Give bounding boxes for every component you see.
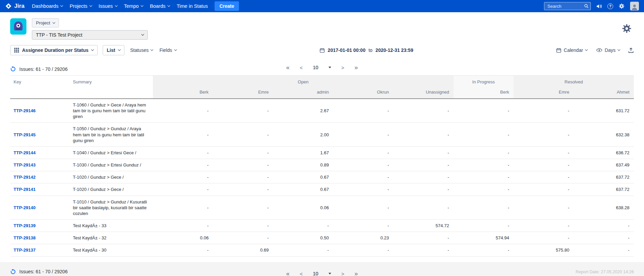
duration-value: -	[153, 99, 213, 123]
statuses-dropdown[interactable]: Statuses	[129, 45, 154, 55]
nav-item-label: Tempo	[124, 3, 139, 9]
fields-dropdown[interactable]: Fields	[159, 45, 177, 55]
duration-value: -	[514, 159, 573, 171]
nav-item-tempo[interactable]: Tempo	[121, 0, 147, 12]
table-row: TTP-29141T-1020 / Gunduz > Gece /--0.67-…	[10, 183, 634, 196]
jira-logo-icon	[5, 3, 12, 9]
duration-value: -	[153, 171, 213, 183]
date-range-picker[interactable]: 2017-01-01 00:00 to 2020-12-31 23:59	[177, 47, 556, 53]
issue-key-link[interactable]: TTP-29146	[14, 108, 36, 113]
duration-value: -	[153, 183, 213, 196]
duration-value: -	[454, 159, 514, 171]
next-page-button[interactable]: >	[341, 64, 344, 70]
jira-brand[interactable]: Jira	[5, 3, 24, 9]
status-group-resolved: Resolved	[514, 76, 634, 88]
project-select[interactable]: TTP - TIS Test Project	[32, 30, 148, 40]
column-header-open-emre: Emre	[213, 87, 273, 99]
duration-value: 637.49	[574, 159, 634, 171]
last-page-button[interactable]: »	[355, 64, 358, 71]
report-type-label: Assignee Duration per Status	[22, 47, 88, 53]
issue-key-link[interactable]: TTP-29137	[14, 248, 36, 253]
duration-value: 638.28	[574, 196, 634, 219]
nav-item-projects[interactable]: Projects	[66, 0, 95, 12]
next-page-button[interactable]: >	[341, 271, 344, 276]
calendar-icon	[320, 48, 325, 53]
chevron-down-icon	[115, 4, 118, 7]
refresh-icon[interactable]	[10, 66, 16, 72]
table-row: TTP-29138Test KaydÄ± - 320.06-0.500.23-5…	[10, 232, 634, 244]
search-icon[interactable]	[584, 4, 589, 8]
issue-key-link[interactable]: TTP-29144	[14, 150, 36, 155]
duration-value: 0.67	[273, 183, 333, 196]
page-size-caret-icon[interactable]	[328, 66, 331, 68]
duration-value: 0.69	[213, 244, 273, 256]
nav-item-label: Boards	[150, 3, 165, 9]
duration-value: -	[514, 196, 573, 219]
duration-value: -	[394, 146, 454, 159]
status-group-in-progress: In Progress	[454, 76, 514, 88]
duration-value: -	[454, 146, 514, 159]
report-date: Report Date: 27.05.2020 14:26	[576, 269, 634, 275]
issue-key-link[interactable]: TTP-29145	[14, 132, 36, 137]
issue-summary: T-1020 / Gunduz > Gece /	[69, 183, 153, 196]
search-box	[544, 2, 591, 10]
duration-value: -	[394, 183, 454, 196]
nav-item-dashboards[interactable]: Dashboards	[28, 0, 66, 12]
view-label: List	[107, 47, 115, 53]
page-size-value[interactable]: 10	[313, 271, 318, 276]
view-dropdown[interactable]: List	[103, 45, 124, 55]
issue-key-link[interactable]: TTP-29141	[14, 187, 36, 192]
chevron-down-icon	[150, 48, 153, 51]
issues-info-row: Issues: 61 - 70 / 29206 « < 10 > »	[0, 59, 644, 75]
issue-key-link[interactable]: TTP-29139	[14, 223, 36, 228]
duration-value: 632.38	[574, 123, 634, 146]
eye-icon	[596, 48, 602, 52]
duration-value: 631.72	[574, 99, 634, 123]
duration-value: -	[213, 220, 273, 232]
issue-summary: Test KaydÄ± - 32	[69, 232, 153, 244]
first-page-button[interactable]: «	[286, 270, 289, 276]
report-type-dropdown[interactable]: Assignee Duration per Status	[10, 45, 98, 55]
prev-page-button[interactable]: <	[300, 271, 303, 276]
issue-key-link[interactable]: TTP-29140	[14, 205, 36, 210]
date-range-to-label: to	[368, 47, 373, 53]
duration-value: -	[394, 171, 454, 183]
column-header-open-admin: admin	[273, 87, 333, 99]
refresh-icon[interactable]	[10, 269, 16, 275]
duration-value: -	[153, 159, 213, 171]
duration-value: -	[394, 123, 454, 146]
duration-value: 0.67	[273, 171, 333, 183]
nav-item-issues[interactable]: Issues	[95, 0, 121, 12]
settings-gear-icon[interactable]	[619, 3, 625, 9]
duration-value: -	[333, 220, 393, 232]
issue-summary: Test KaydÄ± - 30	[69, 244, 153, 256]
duration-value: -	[213, 123, 273, 146]
unit-dropdown[interactable]: Days	[596, 45, 621, 55]
nav-item-time-in-status[interactable]: Time in Status	[173, 0, 211, 12]
pagination: « < 10 > »	[286, 270, 358, 276]
create-button[interactable]: Create	[215, 1, 239, 11]
help-icon[interactable]: ?	[607, 3, 613, 9]
report-toolbar: Assignee Duration per Status List Status…	[0, 44, 644, 59]
date-to: 2020-12-31 23:59	[376, 47, 413, 53]
announcement-icon[interactable]	[596, 3, 602, 9]
duration-value: 0.50	[273, 232, 333, 244]
calendar-mode-dropdown[interactable]: Calendar	[556, 45, 588, 55]
first-page-button[interactable]: «	[286, 64, 289, 71]
page-size-caret-icon[interactable]	[328, 273, 331, 274]
page-size-value[interactable]: 10	[313, 65, 318, 70]
export-icon[interactable]	[628, 47, 634, 53]
prev-page-button[interactable]: <	[300, 64, 303, 70]
table-row: TTP-29140T-1010 / Gunduz > Gunduz / Kusu…	[10, 196, 634, 219]
chevron-down-icon	[60, 4, 63, 7]
last-page-button[interactable]: »	[355, 270, 358, 276]
issue-key-link[interactable]: TTP-29142	[14, 175, 36, 180]
chevron-down-icon	[91, 48, 94, 51]
issue-key-link[interactable]: TTP-29143	[14, 162, 36, 167]
issue-key-link[interactable]: TTP-29138	[14, 235, 36, 240]
project-scope-button[interactable]: Project	[32, 18, 59, 27]
report-settings-gear-icon[interactable]	[622, 23, 632, 35]
nav-item-boards[interactable]: Boards	[146, 0, 173, 12]
status-group-open: Open	[153, 76, 454, 88]
user-avatar[interactable]	[630, 2, 639, 11]
